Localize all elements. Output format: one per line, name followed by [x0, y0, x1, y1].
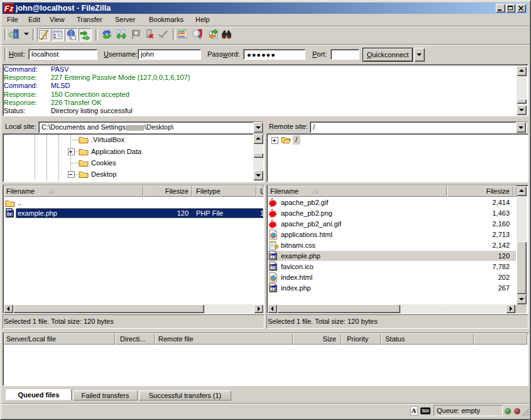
- svg-text:Fz: Fz: [4, 4, 14, 13]
- svg-text:A: A: [412, 407, 417, 414]
